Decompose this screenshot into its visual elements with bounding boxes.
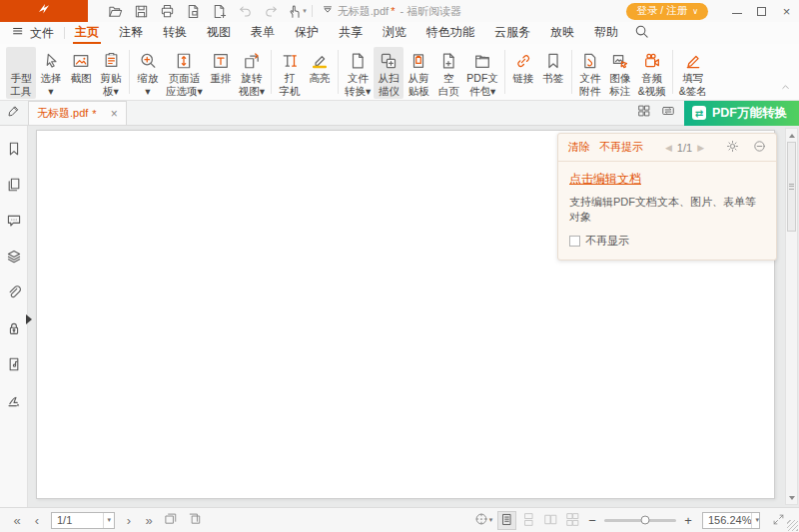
select-tool-button[interactable]: 选择▾ <box>36 47 66 99</box>
destinations-panel-button[interactable] <box>4 355 24 372</box>
dont-show-checkbox[interactable]: 不再显示 <box>569 234 765 249</box>
save-button[interactable] <box>130 1 152 21</box>
hand-quick-button[interactable]: ▾ <box>286 1 308 21</box>
attachments-panel-button[interactable] <box>4 283 24 300</box>
continuous-view-button[interactable] <box>519 511 538 530</box>
maximize-button[interactable] <box>749 0 774 22</box>
collapse-ribbon-button[interactable] <box>780 79 791 97</box>
menu-present[interactable]: 放映 <box>540 22 584 44</box>
from-clipboard-button[interactable]: 从剪贴板 <box>403 47 433 99</box>
document-tab[interactable]: 无标题.pdf * × <box>28 101 127 125</box>
security-panel-button[interactable] <box>4 319 24 336</box>
bookmarks-panel-button[interactable] <box>4 140 24 157</box>
menu-form[interactable]: 表单 <box>241 22 285 44</box>
zoom-level-input[interactable]: 156.24% ▾ <box>702 512 760 529</box>
sidebar-expand-handle[interactable] <box>26 314 32 324</box>
signature-panel-button[interactable] <box>4 391 24 408</box>
resize-grip[interactable] <box>787 520 798 531</box>
reflow-button[interactable]: 重排 <box>206 47 236 87</box>
close-button[interactable]: × <box>774 0 799 22</box>
gear-icon[interactable] <box>726 140 739 155</box>
open-button[interactable] <box>104 1 126 21</box>
menu-help[interactable]: 帮助 <box>584 22 628 44</box>
menu-cloud[interactable]: 云服务 <box>484 22 540 44</box>
annotate-pencil-button[interactable] <box>0 101 28 125</box>
image-annotation-button[interactable]: 图像标注 <box>605 47 635 99</box>
zoom-slider[interactable] <box>604 519 676 522</box>
fullscreen-button[interactable] <box>767 513 789 528</box>
chevron-down-icon[interactable]: ▾ <box>103 513 114 528</box>
print-button[interactable] <box>156 1 178 21</box>
audio-video-button[interactable]: 音频&视频 <box>635 47 669 99</box>
popup-dont-remind-button[interactable]: 不再提示 <box>599 140 643 155</box>
edit-document-link[interactable]: 点击编辑文档 <box>569 172 641 186</box>
tab-grid-button[interactable] <box>632 101 656 126</box>
first-page-button[interactable]: « <box>8 513 26 528</box>
fill-sign-button[interactable]: 填写&签名 <box>676 47 710 99</box>
pdf-portfolio-button[interactable]: PDF文件包▾ <box>463 47 501 99</box>
bookmark-button[interactable]: 书签 <box>538 47 568 87</box>
facing-continuous-view-button[interactable] <box>563 511 582 530</box>
save-as-button[interactable] <box>182 1 204 21</box>
zoom-slider-thumb[interactable] <box>641 516 650 525</box>
zoom-mode-button[interactable]: ▾ <box>472 512 494 528</box>
page-number-input[interactable]: 1/1 ▾ <box>51 512 115 529</box>
layers-panel-button[interactable] <box>4 248 24 265</box>
facing-view-button[interactable] <box>541 511 560 530</box>
scroll-up-icon[interactable] <box>786 130 797 141</box>
link-button[interactable]: 链接 <box>508 47 538 87</box>
checkbox-icon[interactable] <box>569 236 580 247</box>
tab-close-icon[interactable]: × <box>101 107 118 121</box>
blank-page-button[interactable]: 空白页 <box>433 47 463 99</box>
zoom-out-button[interactable]: − <box>585 513 599 528</box>
file-attachment-button[interactable]: 文件附件 <box>575 47 605 99</box>
popup-prev-icon[interactable]: ◀ <box>665 143 672 153</box>
fit-page-button[interactable]: 页面适应选项▾ <box>163 47 206 99</box>
highlight-button[interactable]: 高亮 <box>305 47 335 87</box>
menu-features[interactable]: 特色功能 <box>416 22 484 44</box>
menu-share[interactable]: 共享 <box>329 22 373 44</box>
menu-home[interactable]: 主页 <box>65 22 109 44</box>
menu-comment[interactable]: 注释 <box>109 22 153 44</box>
undo-button[interactable] <box>234 1 256 21</box>
popup-next-icon[interactable]: ▶ <box>697 143 704 153</box>
from-scanner-button[interactable]: 从扫描仪 <box>374 47 403 99</box>
last-page-button[interactable]: » <box>140 513 158 528</box>
menu-file[interactable]: 文件 <box>0 22 64 44</box>
prev-page-button[interactable]: ‹ <box>28 513 46 528</box>
comments-panel-button[interactable] <box>4 212 24 229</box>
menu-convert[interactable]: 转换 <box>153 22 197 44</box>
foxit-logo[interactable] <box>0 0 88 22</box>
menu-view[interactable]: 视图 <box>197 22 241 44</box>
previous-view-button[interactable] <box>160 512 182 528</box>
chevron-down-icon[interactable]: ▾ <box>751 513 762 528</box>
create-pdf-button[interactable] <box>208 1 230 21</box>
next-page-button[interactable]: › <box>120 513 138 528</box>
redo-button[interactable] <box>260 1 282 21</box>
snapshot-button[interactable]: 截图 <box>66 47 96 87</box>
tab-switch-button[interactable] <box>656 101 680 126</box>
rotate-view-button[interactable]: 旋转视图▾ <box>236 47 268 99</box>
clipboard-button[interactable]: 剪贴板▾ <box>96 47 126 99</box>
scrollbar-thumb[interactable] <box>787 142 796 232</box>
menu-protect[interactable]: 保护 <box>285 22 329 44</box>
single-page-view-button[interactable] <box>497 511 516 530</box>
login-button[interactable]: 登录 / 注册 ∨ <box>626 3 708 20</box>
pages-panel-button[interactable] <box>4 176 24 193</box>
search-button[interactable] <box>628 24 655 42</box>
file-convert-button[interactable]: 文件转换▾ <box>342 47 374 99</box>
menu-browse[interactable]: 浏览 <box>373 22 416 44</box>
minimize-button[interactable] <box>724 0 749 22</box>
scroll-down-icon[interactable] <box>786 492 797 503</box>
vertical-scrollbar[interactable] <box>785 128 798 505</box>
zoom-tool-button[interactable]: 缩放▾ <box>133 47 163 99</box>
document-viewport[interactable]: 清除 不再提示 ◀ 1/1 ▶ 点击编辑文档 支持编辑PDF文档文本、图片、表单… <box>28 126 799 507</box>
collapse-popup-icon[interactable] <box>753 140 766 155</box>
typewriter-button[interactable]: 打字机 <box>275 47 305 99</box>
hand-tool-button[interactable]: 手型工具 <box>6 47 36 99</box>
popup-clear-button[interactable]: 清除 <box>568 140 590 155</box>
customize-toolbar-button[interactable] <box>317 1 339 21</box>
pdf-convert-button[interactable]: ⇄ PDF万能转换 <box>684 101 799 126</box>
next-view-button[interactable] <box>184 512 206 528</box>
zoom-in-button[interactable]: + <box>681 513 695 528</box>
